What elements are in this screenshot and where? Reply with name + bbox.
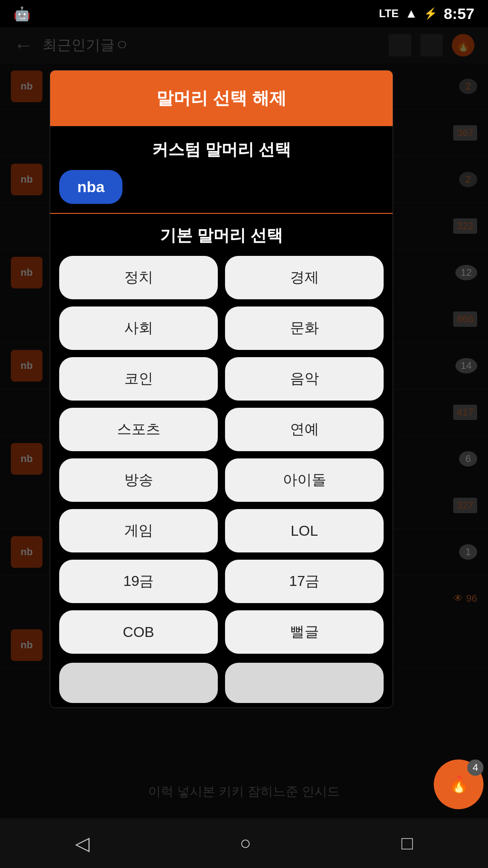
nav-bar: ◁ ○ □ <box>0 818 488 868</box>
tag-sports[interactable]: 스포츠 <box>59 408 218 451</box>
custom-tag-row: nba <box>50 170 393 214</box>
status-icons: LTE ▲ ⚡ 8:57 <box>379 5 474 23</box>
partial-tag-row <box>50 663 393 708</box>
floating-action-button[interactable]: 🔥 4 <box>434 760 483 809</box>
float-badge: 4 <box>467 760 483 776</box>
nav-back-button[interactable]: ◁ <box>66 828 99 859</box>
tag-17[interactable]: 17금 <box>225 560 384 603</box>
tag-broadcast[interactable]: 방송 <box>59 458 218 502</box>
fire-float-icon: 🔥 <box>449 775 469 794</box>
android-icon: 🤖 <box>14 6 30 21</box>
tag-cob[interactable]: COB <box>59 610 218 654</box>
custom-tag-nba[interactable]: nba <box>59 170 122 204</box>
tag-partial-right[interactable] <box>225 663 384 703</box>
signal-icon: ▲ <box>405 6 418 21</box>
tag-grid: 정치 경제 사회 문화 코인 음악 스포츠 연예 방송 아이돌 게임 LOL 1… <box>50 256 393 663</box>
deselect-button[interactable]: 말머리 선택 해제 <box>50 71 393 126</box>
tag-economy[interactable]: 경제 <box>225 256 384 299</box>
lte-label: LTE <box>379 7 399 20</box>
tag-selection-modal: 말머리 선택 해제 커스텀 말머리 선택 nba 기본 말머리 선택 정치 경제… <box>50 70 393 708</box>
tag-19[interactable]: 19금 <box>59 560 218 603</box>
tag-lol[interactable]: LOL <box>225 509 384 552</box>
tag-society[interactable]: 사회 <box>59 307 218 350</box>
default-section-title: 기본 말머리 선택 <box>50 214 393 256</box>
status-time: 8:57 <box>444 5 474 23</box>
tag-game[interactable]: 게임 <box>59 509 218 552</box>
tag-partial-left[interactable] <box>59 663 218 703</box>
tag-culture[interactable]: 문화 <box>225 307 384 350</box>
tag-music[interactable]: 음악 <box>225 357 384 401</box>
battery-icon: ⚡ <box>424 7 437 20</box>
custom-section-title: 커스텀 말머리 선택 <box>50 126 393 170</box>
nav-recent-button[interactable]: □ <box>392 828 422 859</box>
tag-coin[interactable]: 코인 <box>59 357 218 401</box>
tag-politics[interactable]: 정치 <box>59 256 218 299</box>
tag-entertainment[interactable]: 연예 <box>225 408 384 451</box>
status-bar: 🤖 LTE ▲ ⚡ 8:57 <box>0 0 488 27</box>
tag-idol[interactable]: 아이돌 <box>225 458 384 502</box>
status-bar-left: 🤖 <box>14 6 30 22</box>
tag-bbeolgeul[interactable]: 뻘글 <box>225 610 384 654</box>
nav-home-button[interactable]: ○ <box>231 828 260 859</box>
